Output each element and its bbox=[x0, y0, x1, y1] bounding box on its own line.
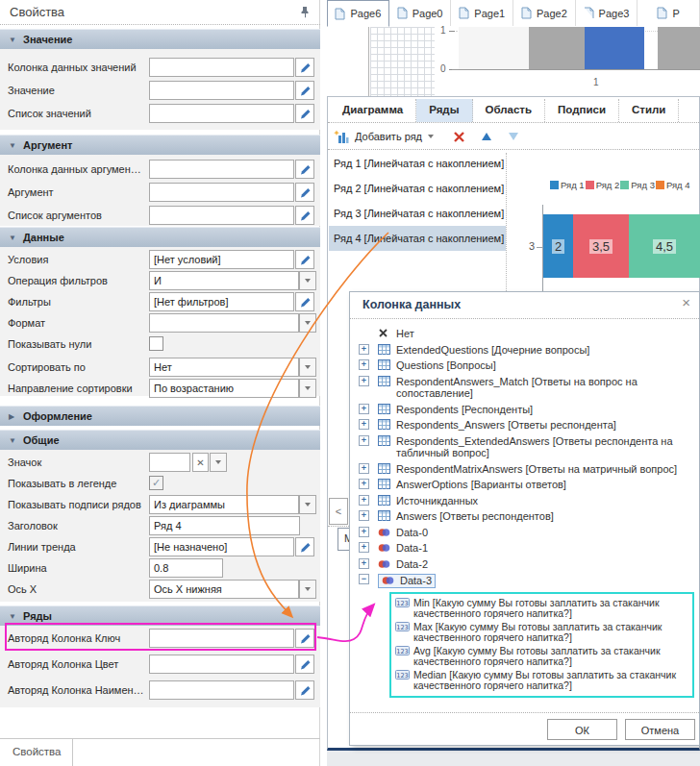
ok-button[interactable]: ОК bbox=[547, 719, 617, 740]
dropdown-button[interactable] bbox=[299, 358, 316, 377]
property-value-field[interactable] bbox=[149, 680, 294, 700]
section-header-appearance[interactable]: ▶ Оформление bbox=[0, 406, 320, 426]
property-value-field[interactable] bbox=[149, 160, 294, 179]
expand-plus-icon[interactable]: + bbox=[359, 359, 369, 370]
tree-item[interactable]: + Respondents_Answers [Ответы респондент… bbox=[358, 419, 696, 432]
edit-pencil-button[interactable] bbox=[295, 292, 314, 311]
tree-item[interactable]: + RespondentMatrixAnswers [Ответы на мат… bbox=[358, 463, 696, 476]
property-value-field[interactable]: И bbox=[149, 271, 299, 290]
series-list-item[interactable]: Ряд 3 [Линейчатая с накоплением] bbox=[329, 201, 506, 226]
move-down-icon[interactable] bbox=[508, 132, 519, 141]
tree-item[interactable]: + Источникданных bbox=[358, 495, 696, 507]
icon-value-field[interactable] bbox=[149, 453, 190, 472]
chart-bar-gray[interactable] bbox=[658, 27, 700, 69]
property-value-field[interactable] bbox=[149, 58, 294, 77]
chevron-down-icon[interactable] bbox=[428, 135, 434, 138]
tree-item-column-min[interactable]: 123 Min [Какую сумму Вы готовы заплатить… bbox=[395, 598, 688, 620]
property-value-field[interactable] bbox=[149, 183, 294, 202]
tab-page1[interactable]: Page1 bbox=[451, 0, 513, 26]
property-value-field[interactable]: [Нет фильтров] bbox=[149, 292, 294, 311]
edit-pencil-button[interactable] bbox=[295, 183, 314, 202]
move-up-icon[interactable] bbox=[481, 132, 492, 141]
chart-bar-gray[interactable] bbox=[529, 27, 585, 69]
tab-series[interactable]: Ряды bbox=[416, 99, 472, 122]
expand-plus-icon[interactable]: + bbox=[359, 558, 369, 569]
expand-plus-icon[interactable]: + bbox=[359, 376, 369, 386]
bar-segment-series3[interactable]: 4,5 bbox=[629, 214, 700, 278]
expand-plus-icon[interactable]: + bbox=[359, 542, 369, 553]
tree-item-column-median[interactable]: 123 Median [Какую сумму Вы готовы заплат… bbox=[395, 670, 688, 692]
section-header-argument[interactable]: ▼ Аргумент bbox=[0, 135, 320, 155]
property-value-field[interactable] bbox=[149, 104, 294, 123]
edit-pencil-button[interactable] bbox=[295, 81, 314, 100]
tree-item-data2[interactable]: + Data-2 bbox=[358, 558, 696, 571]
tree-item-column-max[interactable]: 123 Max [Какую сумму Вы готовы заплатить… bbox=[395, 622, 688, 644]
property-value-field[interactable]: [Не назначено] bbox=[149, 537, 294, 556]
properties-bottom-tab[interactable]: Свойства bbox=[0, 739, 73, 766]
chart-bar-empty[interactable] bbox=[459, 27, 529, 69]
title-input[interactable]: Ряд 4 bbox=[149, 516, 300, 535]
expand-plus-icon[interactable]: + bbox=[359, 435, 369, 446]
property-value-field[interactable]: [Нет условий] bbox=[149, 250, 294, 269]
expand-plus-icon[interactable]: + bbox=[359, 344, 369, 355]
add-series-button[interactable]: Добавить ряд bbox=[355, 131, 422, 142]
edit-pencil-button[interactable] bbox=[295, 250, 314, 269]
property-value-field[interactable]: Ось X нижняя bbox=[149, 580, 299, 599]
expand-plus-icon[interactable]: + bbox=[359, 510, 369, 521]
edit-pencil-button[interactable] bbox=[295, 537, 314, 556]
edit-pencil-button[interactable] bbox=[295, 160, 314, 179]
property-value-field[interactable]: По возрастанию bbox=[149, 379, 299, 398]
delete-series-icon[interactable] bbox=[453, 131, 465, 143]
edit-pencil-button[interactable] bbox=[295, 206, 314, 225]
dropdown-button[interactable] bbox=[210, 453, 227, 472]
bar-segment-series2[interactable]: 3,5 bbox=[573, 214, 629, 278]
dropdown-button[interactable] bbox=[299, 495, 316, 514]
expand-plus-icon[interactable]: + bbox=[359, 479, 369, 489]
tree-item-none[interactable]: Нет bbox=[358, 328, 696, 340]
edit-pencil-button[interactable] bbox=[295, 58, 314, 77]
section-header-value[interactable]: ▼ Значение bbox=[0, 29, 320, 49]
property-value-field[interactable]: Из диаграммы bbox=[149, 495, 299, 514]
expand-plus-icon[interactable]: + bbox=[359, 463, 369, 474]
bar-segment-series1[interactable]: 2 bbox=[543, 214, 573, 278]
tree-item-column-avg[interactable]: 123 Avg [Какую сумму Вы готовы заплатить… bbox=[395, 646, 688, 668]
tab-page6[interactable]: Page6 bbox=[327, 0, 389, 27]
dropdown-button[interactable] bbox=[299, 313, 316, 333]
expand-plus-icon[interactable]: + bbox=[359, 404, 369, 414]
dropdown-button[interactable] bbox=[299, 379, 316, 398]
series-list-item[interactable]: Ряд 2 [Линейчатая с накоплением] bbox=[329, 176, 506, 201]
property-value-field[interactable] bbox=[149, 206, 294, 225]
dropdown-button[interactable] bbox=[299, 271, 316, 290]
tab-diagram[interactable]: Диаграмма bbox=[330, 99, 416, 122]
tree-item[interactable]: + ExtendedQuestions [Дочерние вопросы] bbox=[358, 344, 696, 357]
cancel-button[interactable]: Отмена bbox=[625, 719, 695, 740]
series-list-item[interactable]: Ряд 1 [Линейчатая с накоплением] bbox=[329, 151, 506, 176]
expand-plus-icon[interactable]: + bbox=[359, 419, 369, 430]
property-value-field[interactable]: Нет bbox=[149, 358, 299, 377]
tab-page4-partial[interactable]: P bbox=[638, 0, 700, 26]
tree-item[interactable]: + Respondents_ExtendedAnswers [Ответы ре… bbox=[358, 435, 696, 459]
tree-item[interactable]: + Respondents [Респонденты] bbox=[358, 404, 696, 416]
tab-page0[interactable]: Page0 bbox=[389, 0, 452, 26]
tree-item-data3-selected[interactable]: − Data-3 bbox=[358, 574, 696, 588]
tree-item[interactable]: + Answers [Ответы респондентов] bbox=[358, 510, 696, 523]
expand-plus-icon[interactable]: + bbox=[359, 495, 369, 506]
tab-styles[interactable]: Стили bbox=[619, 99, 679, 122]
close-icon[interactable]: × bbox=[682, 295, 690, 309]
tree-item[interactable]: + RespondentAnswers_Match [Ответы на воп… bbox=[358, 376, 696, 400]
property-value-field[interactable] bbox=[149, 81, 294, 100]
chart-bar-blue[interactable] bbox=[585, 27, 644, 69]
tab-page3[interactable]: Page3 bbox=[576, 0, 638, 26]
tree-item-data0[interactable]: + Data-0 bbox=[358, 527, 696, 539]
width-input[interactable]: 0.8 bbox=[149, 558, 223, 578]
pin-icon[interactable] bbox=[299, 6, 311, 20]
edit-pencil-button[interactable] bbox=[295, 104, 314, 123]
section-header-general[interactable]: ▼ Общие bbox=[0, 430, 320, 450]
section-header-data[interactable]: ▼ Данные bbox=[0, 227, 320, 247]
tab-labels[interactable]: Подписи bbox=[545, 99, 619, 122]
series-list-item-selected[interactable]: Ряд 4 [Линейчатая с накоплением] bbox=[329, 226, 506, 251]
tree-item-data1[interactable]: + Data-1 bbox=[358, 542, 696, 555]
tab-area[interactable]: Область bbox=[473, 99, 546, 122]
show-zeros-checkbox[interactable] bbox=[149, 336, 163, 351]
collapse-panel-button[interactable]: < bbox=[329, 498, 348, 525]
